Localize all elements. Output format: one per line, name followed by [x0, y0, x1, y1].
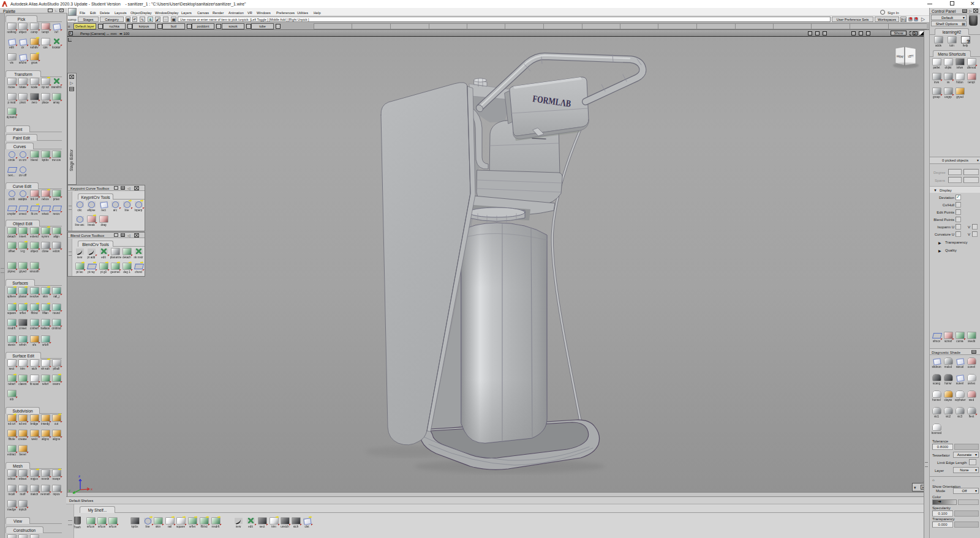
svg-text:x: x — [91, 487, 92, 491]
svg-text:LEFT: LEFT — [908, 54, 914, 58]
svg-text:FRONT: FRONT — [896, 54, 904, 59]
svg-text:y: y — [69, 488, 70, 492]
svg-text:z: z — [78, 474, 80, 478]
